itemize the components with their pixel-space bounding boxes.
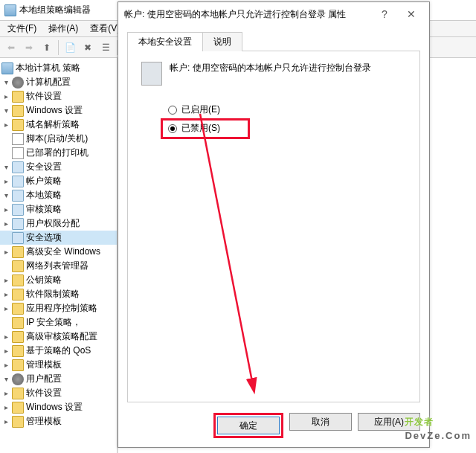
tree-root[interactable]: 本地计算机 策略 <box>0 61 117 75</box>
policy-icon <box>141 62 162 86</box>
tab-local-security[interactable]: 本地安全设置 <box>127 32 203 51</box>
tree-item[interactable]: ▸管理模板 <box>0 414 117 428</box>
dialog-title: 帐户: 使用空密码的本地帐户只允许进行控制台登录 属性 <box>123 8 371 21</box>
radio-icon <box>168 106 177 115</box>
tab-content: 帐户: 使用空密码的本地帐户只允许进行控制台登录 已启用(E) 已禁用(S) <box>127 51 420 402</box>
tree-item[interactable]: ▸软件设置 <box>0 386 117 400</box>
shortcut-icon[interactable]: 📄 <box>62 39 78 56</box>
tree-item[interactable]: IP 安全策略， <box>0 315 117 330</box>
tree-item[interactable]: ▾本地策略 <box>0 188 117 202</box>
policy-description: 帐户: 使用空密码的本地帐户只允许进行控制台登录 <box>170 62 371 74</box>
properties-icon[interactable]: ☰ <box>97 39 114 56</box>
help-icon[interactable]: ? <box>371 4 398 25</box>
radio-enabled[interactable]: 已启用(E) <box>168 103 406 116</box>
apply-button[interactable]: 应用(A) <box>358 413 420 431</box>
dialog-titlebar: 帐户: 使用空密码的本地帐户只允许进行控制台登录 属性 ? ✕ <box>118 2 429 26</box>
tree-item[interactable]: ▸审核策略 <box>0 202 117 216</box>
cancel-button[interactable]: 取消 <box>289 413 352 431</box>
ok-button[interactable]: 确定 <box>217 417 280 434</box>
annotation-ok-highlight: 确定 <box>213 413 283 438</box>
tree-pane[interactable]: 本地计算机 策略 ▾计算机配置 ▸软件设置 ▾Windows 设置 ▸域名解析策… <box>0 58 118 453</box>
tree-item[interactable]: ▾Windows 设置 <box>0 103 117 118</box>
tree-item[interactable]: ▸软件设置 <box>0 89 117 103</box>
tree-item[interactable]: ▸应用程序控制策略 <box>0 301 117 315</box>
tree-item[interactable]: 网络列表管理器 <box>0 259 117 273</box>
tree-item[interactable]: ▸高级安全 Windows <box>0 245 117 259</box>
forward-icon: ➡ <box>21 39 37 56</box>
toolbar-sep <box>58 40 59 55</box>
dialog-button-row: 确定 取消 应用(A) <box>118 405 429 447</box>
delete-icon[interactable]: ✖ <box>80 39 96 56</box>
tree-item[interactable]: ▸管理模板 <box>0 358 117 372</box>
properties-dialog: 帐户: 使用空密码的本地帐户只允许进行控制台登录 属性 ? ✕ 本地安全设置 说… <box>118 1 430 448</box>
radio-disabled[interactable]: 已禁用(S) <box>168 122 406 135</box>
tab-explain[interactable]: 说明 <box>202 32 242 51</box>
dialog-body: 本地安全设置 说明 帐户: 使用空密码的本地帐户只允许进行控制台登录 已启用(E… <box>118 26 429 405</box>
main-title: 本地组策略编辑器 <box>19 4 91 16</box>
app-icon <box>4 4 16 16</box>
policy-description-row: 帐户: 使用空密码的本地帐户只允许进行控制台登录 <box>141 62 406 86</box>
tree-item[interactable]: 已部署的打印机 <box>0 146 117 160</box>
tree-item[interactable]: ▸帐户策略 <box>0 174 117 188</box>
radio-enabled-label: 已启用(E) <box>181 103 220 116</box>
tree-item[interactable]: ▸基于策略的 QoS <box>0 344 117 358</box>
radio-disabled-label: 已禁用(S) <box>181 122 220 135</box>
tree-item[interactable]: ▸高级审核策略配置 <box>0 330 117 344</box>
back-icon: ⬅ <box>3 39 19 56</box>
up-icon[interactable]: ⬆ <box>39 39 55 56</box>
tree-item[interactable]: ▸软件限制策略 <box>0 287 117 301</box>
menu-file[interactable]: 文件(F) <box>1 21 42 36</box>
tree-item[interactable]: ▾计算机配置 <box>0 75 117 89</box>
radio-icon <box>168 124 177 133</box>
close-icon[interactable]: ✕ <box>398 4 425 25</box>
tree-item[interactable]: 脚本(启动/关机) <box>0 132 117 146</box>
menu-action[interactable]: 操作(A) <box>42 21 84 36</box>
tree-item[interactable]: ▸公钥策略 <box>0 273 117 287</box>
tree-item[interactable]: ▾安全设置 <box>0 160 117 174</box>
tree-item[interactable]: ▸Windows 设置 <box>0 400 117 414</box>
tree-item[interactable]: ▾用户配置 <box>0 372 117 386</box>
policy-tree: 本地计算机 策略 ▾计算机配置 ▸软件设置 ▾Windows 设置 ▸域名解析策… <box>0 61 117 428</box>
tree-item-selected[interactable]: 安全选项 <box>0 231 117 245</box>
dialog-tabs: 本地安全设置 说明 <box>127 32 420 51</box>
tree-item[interactable]: ▸用户权限分配 <box>0 216 117 231</box>
tree-item[interactable]: ▸域名解析策略 <box>0 118 117 132</box>
